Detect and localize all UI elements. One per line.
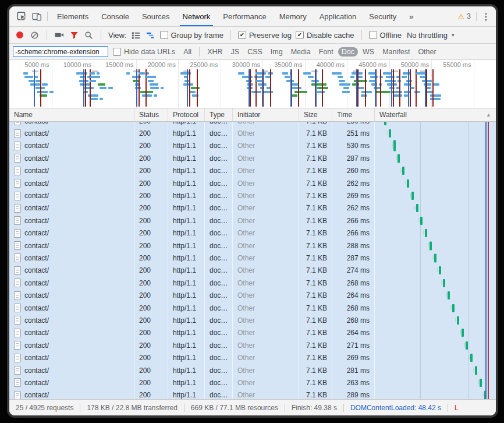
column-header-size[interactable]: Size xyxy=(299,108,332,121)
overview-dcl-line xyxy=(356,69,357,107)
column-header-time[interactable]: Time xyxy=(332,108,375,121)
device-toolbar-icon[interactable] xyxy=(29,9,44,24)
type-cell: doc… xyxy=(205,351,233,364)
overview-load-line xyxy=(380,69,381,107)
overview-request-bar xyxy=(49,91,54,93)
table-row[interactable]: contact/ 200 http/1.1 doc… Other 7.1 KB … xyxy=(9,302,496,314)
list-view-icon[interactable] xyxy=(131,30,141,40)
throttling-select[interactable]: No throttling ▾ xyxy=(407,31,455,40)
table-row[interactable]: contact/ 200 http/1.1 doc… Other 7.1 KB … xyxy=(9,364,496,376)
filter-type-ws[interactable]: WS xyxy=(359,47,378,57)
tab-elements[interactable]: Elements xyxy=(51,7,95,26)
waterfall-cell xyxy=(375,239,496,252)
warning-icon: ⚠ xyxy=(457,12,464,21)
name-cell: contact/ xyxy=(9,177,134,189)
table-row[interactable]: contact/ 200 http/1.1 doc… Other 7.1 KB … xyxy=(9,376,496,389)
filter-type-doc[interactable]: Doc xyxy=(338,47,358,57)
status-cell: 200 xyxy=(134,277,168,289)
name-cell: contact/ xyxy=(9,302,134,314)
filter-type-all[interactable]: All xyxy=(180,47,195,57)
column-header-type[interactable]: Type xyxy=(205,108,233,121)
search-icon[interactable] xyxy=(83,30,94,40)
tab-performance[interactable]: Performance xyxy=(216,7,272,26)
warning-badge[interactable]: ⚠ 3 xyxy=(455,12,473,21)
table-row[interactable]: contact/ 200 http/1.1 doc… Other 7.1 KB … xyxy=(9,289,496,301)
kebab-menu-icon[interactable]: ⋮ xyxy=(480,11,492,22)
table-row[interactable]: contact/ 200 http/1.1 doc… Other 7.1 KB … xyxy=(9,277,496,289)
inspect-element-icon[interactable] xyxy=(14,9,29,24)
clear-button[interactable] xyxy=(29,30,40,40)
disable-cache-checkbox[interactable]: ✔ Disable cache xyxy=(296,31,354,40)
record-button[interactable] xyxy=(15,30,25,40)
table-row[interactable]: contact/ 200 http/1.1 doc… Other 7.1 KB … xyxy=(9,327,496,339)
protocol-cell: http/1.1 xyxy=(168,127,205,139)
filter-type-js[interactable]: JS xyxy=(228,47,243,57)
tab-sources[interactable]: Sources xyxy=(136,7,176,26)
table-row[interactable]: contact/ 200 http/1.1 doc… Other 7.1 KB … xyxy=(9,389,496,399)
column-label: Protocol xyxy=(173,111,198,119)
overview-request-bar xyxy=(30,83,41,86)
overview-request-bar xyxy=(383,72,392,75)
filter-type-css[interactable]: CSS xyxy=(244,47,266,57)
overview-tick-label: 45000 ms xyxy=(359,61,386,68)
column-header-initiator[interactable]: Initiator xyxy=(233,108,299,121)
filter-type-xhr[interactable]: XHR xyxy=(204,47,226,57)
tab-application[interactable]: Application xyxy=(313,7,363,26)
name-cell: contact/ xyxy=(9,289,134,301)
filter-icon[interactable] xyxy=(69,30,79,40)
filter-type-media[interactable]: Media xyxy=(288,47,314,57)
column-header-waterfall[interactable]: Waterfall▲ xyxy=(375,108,496,121)
time-cell: 530 ms xyxy=(332,140,375,152)
timeline-overview[interactable]: 5000 ms10000 ms15000 ms20000 ms25000 ms3… xyxy=(9,60,496,108)
tab-network[interactable]: Network xyxy=(176,7,217,26)
initiator-cell: Other xyxy=(233,289,299,301)
tab-more[interactable]: » xyxy=(403,7,420,26)
table-row[interactable]: contact/ 200 http/1.1 doc… Other 7.1 KB … xyxy=(9,214,496,227)
column-header-name[interactable]: Name xyxy=(9,108,134,121)
filter-input[interactable] xyxy=(13,46,108,57)
filter-type-manifest[interactable]: Manifest xyxy=(379,47,413,57)
status-cell: 200 xyxy=(134,314,168,326)
hide-data-urls-checkbox[interactable]: Hide data URLs xyxy=(113,48,175,56)
table-row[interactable]: contact/ 200 http/1.1 doc… Other 7.1 KB … xyxy=(9,314,496,326)
offline-checkbox[interactable]: Offline xyxy=(369,31,402,40)
table-row[interactable]: contact/ 200 http/1.1 doc… Other 7.1 KB … xyxy=(9,177,496,189)
table-row[interactable]: contact/ 200 http/1.1 doc… Other 7.1 KB … xyxy=(9,202,496,214)
view-label: View: xyxy=(108,31,127,40)
filter-type-img[interactable]: Img xyxy=(267,47,286,57)
table-row[interactable]: contact/ 200 http/1.1 doc… Other 7.1 KB … xyxy=(9,127,496,139)
waterfall-view-icon[interactable] xyxy=(145,30,156,40)
column-header-status[interactable]: Status xyxy=(134,108,168,121)
table-row[interactable]: contact/ 200 http/1.1 doc… Other 7.1 KB … xyxy=(9,152,496,164)
filter-type-font[interactable]: Font xyxy=(315,47,337,57)
table-row[interactable]: contact/ 200 http/1.1 doc… Other 7.1 KB … xyxy=(9,122,496,127)
name-cell: contact/ xyxy=(9,252,134,264)
size-cell: 7.1 KB xyxy=(299,364,332,376)
filter-type-other[interactable]: Other xyxy=(414,47,439,57)
overview-request-bar xyxy=(90,72,95,75)
tab-security[interactable]: Security xyxy=(363,7,403,26)
table-row[interactable]: contact/ 200 http/1.1 doc… Other 7.1 KB … xyxy=(9,189,496,202)
divider xyxy=(199,47,200,57)
group-by-frame-checkbox[interactable]: Group by frame xyxy=(160,31,223,40)
tab-console[interactable]: Console xyxy=(95,7,136,26)
tabbar: ElementsConsoleSourcesNetworkPerformance… xyxy=(9,6,496,27)
table-row[interactable]: contact/ 200 http/1.1 doc… Other 7.1 KB … xyxy=(9,239,496,252)
tab-memory[interactable]: Memory xyxy=(273,7,313,26)
overview-request-bar xyxy=(404,94,408,97)
column-header-protocol[interactable]: Protocol xyxy=(168,108,205,121)
table-row[interactable]: contact/ 200 http/1.1 doc… Other 7.1 KB … xyxy=(9,165,496,177)
preserve-log-checkbox[interactable]: ✔ Preserve log xyxy=(238,31,292,40)
table-row[interactable]: contact/ 200 http/1.1 doc… Other 7.1 KB … xyxy=(9,140,496,152)
name-cell: contact/ xyxy=(9,265,134,277)
waterfall-cell xyxy=(375,265,496,277)
overview-tick-label: 20000 ms xyxy=(148,61,176,68)
table-row[interactable]: contact/ 200 http/1.1 doc… Other 7.1 KB … xyxy=(9,252,496,264)
name-cell: contact/ xyxy=(9,227,134,239)
screenshot-camera-icon[interactable] xyxy=(54,30,65,40)
table-row[interactable]: contact/ 200 http/1.1 doc… Other 7.1 KB … xyxy=(9,265,496,277)
waterfall-cell xyxy=(375,189,496,202)
table-row[interactable]: contact/ 200 http/1.1 doc… Other 7.1 KB … xyxy=(9,351,496,364)
table-row[interactable]: contact/ 200 http/1.1 doc… Other 7.1 KB … xyxy=(9,339,496,351)
table-row[interactable]: contact/ 200 http/1.1 doc… Other 7.1 KB … xyxy=(9,227,496,239)
